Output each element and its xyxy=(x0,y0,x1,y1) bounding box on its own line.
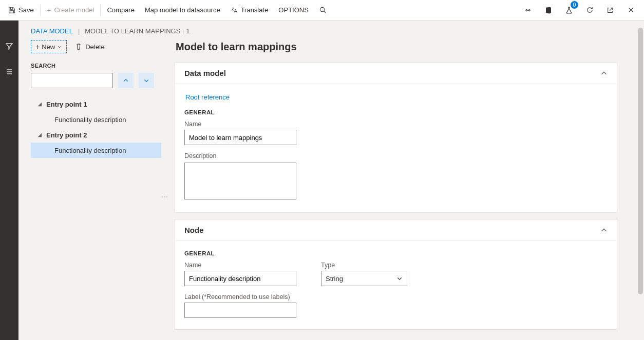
tree-pane: + New Delete SEARCH xyxy=(31,40,167,338)
popout-icon xyxy=(607,7,614,14)
scrollbar-thumb[interactable] xyxy=(638,28,643,294)
left-rail xyxy=(0,21,18,340)
main-area: DATA MODEL | MODEL TO LEARN MAPPINGS : 1… xyxy=(18,21,644,340)
splitter-handle[interactable]: ⋮ xyxy=(161,194,168,199)
save-icon xyxy=(8,7,15,14)
search-input[interactable] xyxy=(31,73,113,88)
node-card: Node GENERAL Name xyxy=(175,219,617,330)
options-button[interactable]: OPTIONS xyxy=(273,0,314,20)
node-name-input[interactable] xyxy=(184,271,296,286)
map-model-button[interactable]: Map model to datasource xyxy=(140,0,225,20)
svg-point-0 xyxy=(320,7,324,11)
search-prev-button[interactable] xyxy=(118,73,134,88)
breadcrumb-current: MODEL TO LEARN MAPPINGS : 1 xyxy=(85,27,190,35)
model-description-input[interactable] xyxy=(184,163,296,199)
general-group-label: GENERAL xyxy=(184,109,608,115)
close-icon xyxy=(628,7,634,13)
search-toolbar-button[interactable] xyxy=(314,0,332,20)
map-model-label: Map model to datasource xyxy=(145,6,220,14)
save-button[interactable]: Save xyxy=(3,0,39,20)
node-label-input[interactable] xyxy=(184,303,296,318)
search-label: SEARCH xyxy=(31,63,161,69)
translate-label: Translate xyxy=(241,6,269,14)
delete-button[interactable]: Delete xyxy=(72,41,108,53)
chevron-up-icon xyxy=(600,70,608,77)
toolbar-separator xyxy=(40,5,41,16)
tree-label: Functionality description xyxy=(54,147,126,154)
new-label: New xyxy=(42,43,55,51)
chevron-down-icon xyxy=(57,44,62,49)
general-group-label: GENERAL xyxy=(184,250,608,256)
tree-label: Entry point 1 xyxy=(46,101,87,108)
node-label-label: Label (*Recommended to use labels) xyxy=(184,293,296,301)
caret-down-icon: ◢ xyxy=(37,132,42,137)
create-model-button: + Create model xyxy=(42,0,100,20)
node-type-select[interactable]: String xyxy=(321,271,407,286)
breadcrumb: DATA MODEL | MODEL TO LEARN MAPPINGS : 1 xyxy=(18,21,644,40)
notification-count: 0 xyxy=(571,1,578,9)
node-type-value: String xyxy=(326,275,343,283)
office-button[interactable] xyxy=(538,0,559,21)
svg-line-1 xyxy=(324,11,326,13)
refresh-icon xyxy=(586,6,594,14)
top-toolbar: Save + Create model Compare Map model to… xyxy=(0,0,644,21)
refresh-button[interactable] xyxy=(579,0,600,21)
popout-button[interactable] xyxy=(600,0,620,21)
list-icon xyxy=(5,68,13,76)
breadcrumb-sep: | xyxy=(78,27,80,35)
plus-icon: + xyxy=(47,6,51,14)
collapse-card-button[interactable] xyxy=(600,70,608,77)
connector-icon xyxy=(524,7,532,14)
tree-entry-point-2[interactable]: ◢ Entry point 2 xyxy=(31,127,161,143)
office-icon xyxy=(544,6,553,14)
data-model-card: Data model Root reference GENERAL Name xyxy=(175,62,617,213)
card-title: Data model xyxy=(184,69,226,77)
plus-icon: + xyxy=(35,43,40,51)
collapse-card-button[interactable] xyxy=(600,227,608,234)
compare-button[interactable]: Compare xyxy=(102,0,139,20)
root-reference-link[interactable]: Root reference xyxy=(185,91,230,107)
filter-icon xyxy=(5,42,13,50)
caret-down-icon: ◢ xyxy=(37,102,42,107)
translate-icon xyxy=(231,7,238,14)
chevron-up-icon xyxy=(123,77,129,84)
compare-label: Compare xyxy=(107,6,134,14)
new-button[interactable]: + New xyxy=(31,40,67,53)
card-title: Node xyxy=(184,226,204,234)
tree-entry-point-1[interactable]: ◢ Entry point 1 xyxy=(31,96,161,112)
create-model-label: Create model xyxy=(54,6,94,14)
chevron-down-icon xyxy=(143,77,149,84)
page-title: Model to learn mappings xyxy=(176,41,617,53)
search-icon xyxy=(319,6,327,14)
node-type-label: Type xyxy=(321,262,407,269)
connector-icon-button[interactable] xyxy=(518,0,538,21)
search-next-button[interactable] xyxy=(139,73,154,88)
tree-child-2-selected[interactable]: Functionality description xyxy=(31,143,161,158)
node-name-label: Name xyxy=(184,262,296,269)
options-label: OPTIONS xyxy=(278,6,309,14)
save-label: Save xyxy=(18,6,34,14)
notification-button[interactable]: 0 xyxy=(559,0,579,21)
filter-rail-button[interactable] xyxy=(1,38,17,54)
breadcrumb-root[interactable]: DATA MODEL xyxy=(31,27,73,35)
chevron-down-icon xyxy=(396,275,403,282)
details-pane: Model to learn mappings Data model Root … xyxy=(167,40,632,338)
close-button[interactable] xyxy=(620,0,641,21)
model-name-input[interactable] xyxy=(184,130,296,145)
list-rail-button[interactable] xyxy=(1,64,17,80)
translate-button[interactable]: Translate xyxy=(225,0,274,20)
delete-label: Delete xyxy=(85,43,105,51)
model-tree: ◢ Entry point 1 Functionality descriptio… xyxy=(31,96,161,158)
tree-child-1[interactable]: Functionality description xyxy=(31,112,161,127)
name-field-label: Name xyxy=(184,121,608,128)
description-field-label: Description xyxy=(184,152,608,159)
tree-label: Functionality description xyxy=(54,116,126,124)
chevron-up-icon xyxy=(600,227,608,234)
toolbar-separator xyxy=(100,5,101,16)
trash-icon xyxy=(75,43,82,50)
tree-label: Entry point 2 xyxy=(46,131,87,139)
